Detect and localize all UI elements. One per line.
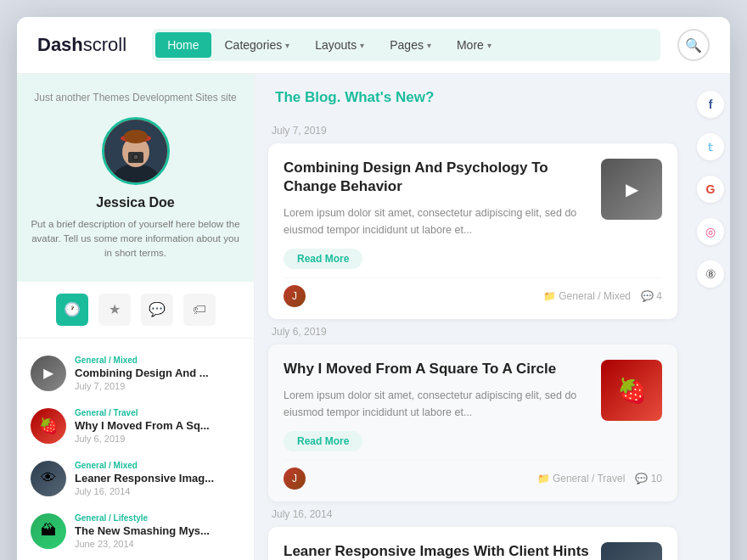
list-item-title: The New Smashing Mys...	[75, 524, 240, 537]
sidebar: Just another Themes Development Sites si…	[17, 74, 255, 560]
post-author-avatar: J	[284, 285, 306, 307]
dribbble-icon[interactable]: ◎	[697, 218, 724, 245]
list-item-date: June 23, 2014	[75, 539, 240, 549]
post-category: 📁 General / Travel	[537, 473, 626, 484]
post-comments-count: 💬 10	[635, 473, 662, 484]
list-item-info: General / Mixed Combining Design And ...…	[75, 356, 240, 391]
sidebar-top: Just another Themes Development Sites si…	[17, 74, 254, 282]
post-card-body: Combining Design And Psychology To Chang…	[284, 159, 589, 269]
browser-window: Dashscroll Home Categories ▾ Layouts ▾ P…	[17, 17, 730, 560]
search-button[interactable]: 🔍	[677, 29, 710, 61]
posts-list: July 7, 2019 Combining Design And Psycho…	[255, 125, 691, 560]
logo-light: scroll	[83, 34, 126, 55]
nav-item-home[interactable]: Home	[155, 32, 211, 58]
post-category: 📁 General / Mixed	[543, 290, 631, 302]
list-item-title: Combining Design And ...	[75, 367, 240, 379]
svg-point-9	[133, 154, 138, 159]
logo-bold: Dash	[37, 34, 83, 55]
chevron-down-icon: ▾	[427, 41, 431, 50]
post-excerpt: Lorem ipsum dolor sit amet, consectetur …	[284, 387, 589, 421]
post-card: Why I Moved From A Square To A Circle Lo…	[268, 344, 677, 501]
facebook-icon[interactable]: f	[697, 91, 724, 118]
google-icon[interactable]: G	[697, 176, 724, 203]
post-card-inner: Why I Moved From A Square To A Circle Lo…	[284, 360, 662, 451]
list-item[interactable]: 🍓 General / Travel Why I Moved From A Sq…	[17, 400, 254, 452]
nav-item-pages[interactable]: Pages ▾	[378, 32, 443, 58]
list-item-info: General / Travel Why I Moved From A Sq..…	[75, 408, 240, 444]
nav-item-more[interactable]: More ▾	[445, 32, 503, 58]
list-item-thumb: 🍓	[31, 408, 66, 444]
read-more-button[interactable]: Read More	[284, 249, 362, 269]
nav-item-layouts[interactable]: Layouts ▾	[303, 32, 376, 58]
post-card: Combining Design And Psychology To Chang…	[268, 143, 677, 319]
post-date-label: July 7, 2019	[272, 125, 674, 137]
chevron-down-icon: ▾	[285, 41, 289, 50]
post-card-footer: J 📁 General / Travel 💬 10	[284, 460, 662, 490]
blog-header: The Blog. What's New?	[255, 74, 691, 118]
sidebar-tagline: Just another Themes Development Sites si…	[31, 91, 240, 105]
post-thumbnail: ▶	[601, 159, 662, 220]
blog-heading-static: The Blog.	[275, 89, 340, 105]
sidebar-tabs: 🕐 ★ 💬 🏷	[17, 282, 254, 339]
post-title: Combining Design And Psychology To Chang…	[284, 159, 589, 196]
list-item-title: Why I Moved From A Sq...	[75, 419, 240, 432]
post-title: Why I Moved From A Square To A Circle	[284, 360, 589, 378]
list-item[interactable]: 👁 General / Mixed Leaner Responsive Imag…	[17, 452, 254, 505]
post-card-body: Why I Moved From A Square To A Circle Lo…	[284, 360, 589, 451]
post-excerpt: Lorem ipsum dolor sit amet, consectetur …	[284, 204, 589, 238]
nav-item-categories[interactable]: Categories ▾	[213, 32, 302, 58]
post-comments-count: 💬 4	[641, 290, 662, 302]
sidebar-post-list: ▶ General / Mixed Combining Design And .…	[17, 339, 254, 560]
blog-heading-dynamic: What's New?	[345, 89, 434, 105]
sidebar-tab-comments[interactable]: 💬	[141, 294, 173, 326]
avatar-image	[104, 120, 167, 182]
list-item-category: General / Lifestyle	[75, 513, 240, 523]
sidebar-tab-favorites[interactable]: ★	[98, 294, 131, 326]
post-meta: 📁 General / Travel 💬 10	[537, 473, 662, 484]
main-layout: Just another Themes Development Sites si…	[17, 74, 730, 560]
post-card-inner: Leaner Responsive Images With Client Hin…	[284, 542, 662, 560]
list-item-thumb: 👁	[31, 461, 66, 496]
list-item-info: General / Mixed Leaner Responsive Imag..…	[75, 461, 240, 496]
user-desc: Put a brief description of yourself here…	[31, 217, 240, 261]
list-item[interactable]: ▶ General / Mixed Combining Design And .…	[17, 347, 254, 400]
content-area: The Blog. What's New? July 7, 2019 Combi…	[255, 74, 691, 560]
post-card-body: Leaner Responsive Images With Client Hin…	[284, 542, 589, 560]
post-thumbnail: 🍓	[601, 360, 662, 421]
user-name: Jessica Doe	[31, 195, 240, 210]
post-title: Leaner Responsive Images With Client Hin…	[284, 542, 589, 560]
sidebar-tab-tags[interactable]: 🏷	[183, 294, 216, 326]
avatar-wrap	[102, 117, 170, 185]
read-more-button[interactable]: Read More	[284, 431, 362, 451]
list-item[interactable]: 🏔 General / Lifestyle The New Smashing M…	[17, 505, 254, 557]
post-author-avatar: J	[284, 468, 306, 490]
post-thumbnail: 👁	[601, 542, 662, 560]
twitter-icon[interactable]: 𝕥	[697, 133, 724, 160]
social-bar: f 𝕥 G ◎ ⑧	[691, 74, 730, 560]
sidebar-tab-recent[interactable]: 🕐	[56, 294, 88, 326]
main-nav: Home Categories ▾ Layouts ▾ Pages ▾ More…	[152, 29, 660, 61]
post-meta: 📁 General / Mixed 💬 4	[543, 290, 662, 302]
list-item-category: General / Mixed	[75, 356, 240, 365]
post-date-label: July 6, 2019	[272, 326, 674, 338]
list-item-title: Leaner Responsive Imag...	[75, 472, 240, 484]
list-item-category: General / Mixed	[75, 461, 240, 470]
list-item-category: General / Travel	[75, 408, 240, 417]
post-card-footer: J 📁 General / Mixed 💬 4	[284, 277, 662, 307]
list-item[interactable]: 🎨 General / Mixed	[17, 557, 254, 560]
post-card: Leaner Responsive Images With Client Hin…	[268, 527, 677, 560]
list-item-date: July 6, 2019	[75, 434, 240, 444]
list-item-date: July 16, 2014	[75, 486, 240, 496]
post-date-label: July 16, 2014	[272, 508, 674, 520]
post-card-inner: Combining Design And Psychology To Chang…	[284, 159, 662, 269]
list-item-info: General / Lifestyle The New Smashing Mys…	[75, 513, 240, 549]
list-item-thumb: ▶	[31, 356, 66, 391]
header: Dashscroll Home Categories ▾ Layouts ▾ P…	[17, 17, 730, 74]
list-item-thumb: 🏔	[31, 513, 66, 549]
avatar	[104, 120, 167, 182]
svg-point-6	[124, 130, 148, 143]
logo: Dashscroll	[37, 34, 126, 56]
list-item-date: July 7, 2019	[75, 381, 240, 391]
chevron-down-icon: ▾	[487, 41, 491, 50]
other-social-icon[interactable]: ⑧	[697, 260, 724, 288]
